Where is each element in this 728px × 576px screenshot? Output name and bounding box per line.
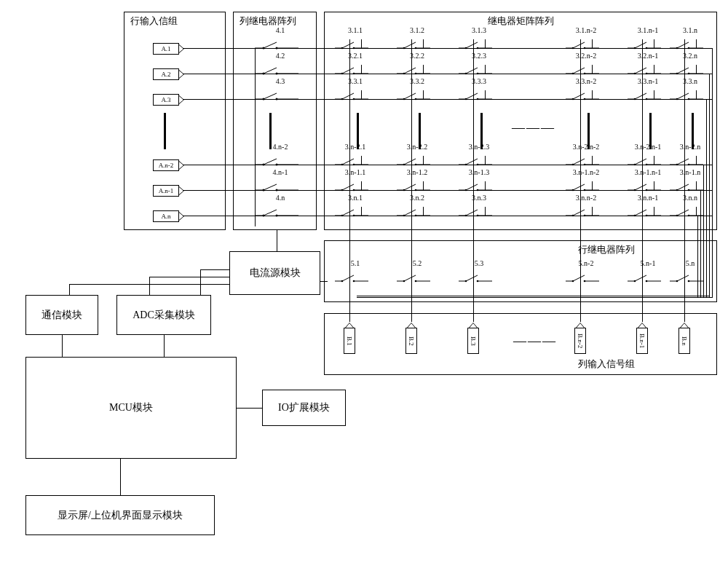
wire <box>696 65 697 74</box>
svg-point-183 <box>341 215 344 217</box>
svg-line-136 <box>573 159 585 165</box>
matrix-row-gap <box>419 113 421 149</box>
matrix-relay: 3.n.n-1 <box>628 194 668 217</box>
svg-point-48 <box>572 47 574 50</box>
row-tag: A.n <box>153 210 179 222</box>
svg-point-223 <box>465 280 467 283</box>
matrix-col-gap: ——— <box>512 120 555 135</box>
matrix-relay: 3.n.2 <box>397 194 438 217</box>
system-diagram: 行输入信组 列继电器阵列 继电器矩阵阵列 行继电器阵列 列输入信号组 电流源模块… <box>7 7 721 568</box>
matrix-relay: 3.1.3 <box>459 26 499 50</box>
col-input-title: 列输入信号组 <box>578 358 635 371</box>
svg-line-201 <box>635 210 646 216</box>
matrix-relay: 3.n-2.3 <box>459 143 499 166</box>
wire <box>200 269 201 295</box>
wire <box>592 181 593 190</box>
svg-point-218 <box>403 280 405 283</box>
adc-module: ADC采集模块 <box>116 295 211 335</box>
matrix-row-gap <box>649 113 652 149</box>
wire <box>654 90 654 99</box>
col-tag: B.1 <box>344 328 355 354</box>
svg-point-209 <box>688 215 690 217</box>
svg-line-236 <box>677 275 689 281</box>
matrix-relay: 3.3.n <box>670 77 711 100</box>
svg-point-23 <box>263 189 265 192</box>
matrix-relay: 3.2.1 <box>335 52 376 75</box>
wire <box>361 65 362 74</box>
mcu-module: MCU模块 <box>25 357 237 459</box>
svg-line-161 <box>466 184 478 190</box>
svg-point-58 <box>676 47 678 50</box>
col-relay: 4.1 <box>255 26 306 50</box>
wire <box>361 207 362 216</box>
matrix-relay: 3.2.2 <box>397 52 438 75</box>
display-label: 显示屏/上位机界面显示模块 <box>58 509 183 522</box>
svg-point-239 <box>688 280 690 283</box>
matrix-relay: 3.2.n-1 <box>628 52 668 75</box>
row-input-title: 行输入信组 <box>130 15 178 28</box>
row-tag: A.2 <box>153 68 179 80</box>
svg-point-199 <box>584 215 586 217</box>
wire <box>696 207 697 216</box>
svg-point-79 <box>584 73 586 75</box>
matrix-relay: 3.n-2.n-2 <box>566 143 606 166</box>
svg-point-28 <box>263 215 265 217</box>
matrix-relay: 3.1.n <box>670 26 711 50</box>
wire <box>654 181 654 190</box>
wire <box>423 207 424 216</box>
row-relay: 5.1 <box>335 259 376 283</box>
wire <box>485 65 486 74</box>
svg-point-234 <box>646 280 648 283</box>
svg-line-6 <box>264 68 277 74</box>
matrix-relay: 3.n-2.2 <box>397 143 438 166</box>
svg-line-36 <box>404 42 416 48</box>
wire <box>200 269 229 270</box>
col-tag: B.n-2 <box>574 328 586 354</box>
wire <box>277 230 277 251</box>
matrix-relay: 3.1.1 <box>335 26 376 50</box>
wire <box>696 90 697 99</box>
svg-point-119 <box>688 98 690 100</box>
adc-label: ADC采集模块 <box>132 309 195 322</box>
svg-line-11 <box>264 93 277 99</box>
svg-line-71 <box>466 68 478 74</box>
svg-point-113 <box>634 98 636 100</box>
wire <box>696 181 697 190</box>
matrix-row-gap <box>587 113 590 149</box>
col-relay: 4.3 <box>255 77 306 100</box>
svg-point-124 <box>353 164 355 166</box>
svg-point-229 <box>584 280 586 283</box>
svg-line-221 <box>466 275 478 281</box>
wire <box>423 181 424 190</box>
svg-point-169 <box>584 189 586 192</box>
svg-point-14 <box>276 98 278 100</box>
svg-point-44 <box>477 47 479 50</box>
col-relay: 4.n-1 <box>255 168 306 192</box>
svg-point-49 <box>584 47 586 50</box>
row-tag: A.1 <box>153 43 179 55</box>
svg-point-213 <box>341 280 344 283</box>
svg-point-178 <box>676 189 678 192</box>
matrix-row-gap <box>269 113 272 149</box>
wire <box>592 39 593 48</box>
svg-point-73 <box>465 73 467 75</box>
svg-line-231 <box>635 275 646 281</box>
svg-point-108 <box>572 98 574 100</box>
svg-point-204 <box>646 215 648 217</box>
svg-point-179 <box>688 189 690 192</box>
svg-line-141 <box>635 159 646 165</box>
io-expand-label: IO扩展模块 <box>278 401 330 414</box>
wire <box>654 65 654 74</box>
svg-point-203 <box>634 215 636 217</box>
current-source-module: 电流源模块 <box>229 251 320 295</box>
svg-line-16 <box>264 159 277 165</box>
svg-line-76 <box>573 68 585 74</box>
svg-point-98 <box>403 98 405 100</box>
svg-line-56 <box>677 42 689 48</box>
svg-line-121 <box>342 159 354 165</box>
matrix-relay: 3.n-1.1 <box>335 168 376 192</box>
wire <box>697 216 698 297</box>
svg-line-206 <box>677 210 689 216</box>
svg-point-114 <box>646 98 648 100</box>
svg-point-29 <box>276 215 278 217</box>
